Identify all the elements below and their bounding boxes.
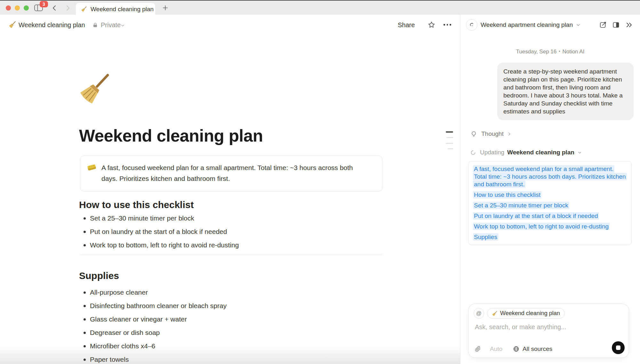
sponge-icon: [87, 162, 97, 172]
main-area: Weekend cleaning plan Private Share: [0, 15, 460, 364]
updating-target-page: Weekend cleaning plan: [507, 149, 574, 156]
page-icon-broom[interactable]: [79, 72, 111, 104]
notification-badge: 3: [40, 1, 48, 7]
privacy-label[interactable]: Private: [101, 15, 121, 35]
sources-selector[interactable]: All sources: [523, 345, 552, 352]
callout-block[interactable]: A fast, focused weekend plan for a small…: [80, 156, 382, 191]
heading-how-to-use[interactable]: How to use this checklist: [79, 199, 194, 210]
chevron-down-icon[interactable]: [576, 22, 581, 27]
checklist-bullets: Set a 25–30 minute timer per block Put o…: [80, 212, 368, 252]
list-item[interactable]: Paper towels: [80, 353, 368, 364]
applied-edits-card: A fast, focused weekend plan for a small…: [468, 161, 632, 245]
edit-link[interactable]: Put on laundry at the start of a block i…: [473, 212, 627, 220]
conversation-meta: Tuesday, Sep 16•Notion AI: [460, 49, 640, 55]
more-options-icon[interactable]: [444, 24, 451, 26]
ai-sidebar: Weekend apartment cleaning plan: [460, 15, 640, 364]
outline-indicator[interactable]: [444, 131, 453, 149]
list-item[interactable]: Disinfecting bathroom cleaner or bleach …: [80, 299, 368, 313]
breadcrumb[interactable]: Weekend cleaning plan: [19, 15, 85, 35]
heading-supplies[interactable]: Supplies: [79, 270, 119, 281]
context-chip-label: Weekend cleaning plan: [500, 310, 560, 317]
user-message-bubble: Create a step-by-step weekend apartment …: [497, 63, 634, 120]
callout-text: A fast, focused weekend plan for a small…: [101, 162, 364, 184]
chevron-down-icon: [577, 150, 582, 155]
back-icon[interactable]: [51, 4, 58, 12]
lightbulb-icon: [470, 131, 477, 137]
ai-composer: @ Weekend cleaning plan: [468, 304, 629, 358]
stop-icon: [616, 345, 620, 350]
context-chip[interactable]: Weekend cleaning plan: [487, 308, 565, 319]
list-item[interactable]: Glass cleaner or vinegar + water: [80, 313, 368, 326]
stop-button[interactable]: [612, 341, 625, 354]
favorite-star-icon[interactable]: [428, 21, 436, 29]
new-tab-icon[interactable]: [162, 4, 169, 12]
edit-link[interactable]: Set a 25–30 minute timer per block: [473, 202, 627, 209]
updating-label: Updating: [480, 149, 504, 156]
list-item[interactable]: Set a 25–30 minute timer per block: [80, 212, 368, 225]
breadcrumb-broom-icon: [9, 21, 16, 28]
forward-icon: [64, 4, 72, 12]
divider-block: [80, 255, 382, 255]
supplies-bullets: All-purpose cleaner Disinfecting bathroo…: [80, 286, 368, 364]
thought-label: Thought: [481, 130, 504, 137]
mode-selector[interactable]: Auto: [490, 345, 502, 352]
mention-button[interactable]: @: [474, 308, 484, 319]
lock-icon: [92, 22, 98, 28]
list-item[interactable]: Put on laundry at the start of a block i…: [80, 225, 368, 238]
tab-weekend-cleaning-plan[interactable]: Weekend cleaning plan: [76, 3, 155, 15]
edit-link[interactable]: A fast, focused weekend plan for a small…: [473, 165, 627, 188]
updating-status[interactable]: Updating Weekend cleaning plan: [470, 149, 582, 156]
share-button[interactable]: Share: [398, 15, 415, 35]
page-title[interactable]: Weekend cleaning plan: [79, 126, 263, 145]
chevron-down-icon[interactable]: [120, 23, 125, 28]
thought-toggle[interactable]: Thought: [470, 130, 512, 137]
collapse-panel-icon[interactable]: [625, 21, 633, 29]
thread-title[interactable]: Weekend apartment cleaning plan: [481, 21, 573, 28]
traffic-light-close[interactable]: [6, 5, 11, 11]
list-item[interactable]: Work top to bottom, left to right to avo…: [80, 238, 368, 252]
edit-link[interactable]: Supplies: [473, 233, 627, 241]
tab-bar: 3 Weekend cleaning plan: [0, 0, 640, 15]
broom-icon: [492, 311, 498, 316]
notion-window: 3 Weekend cleaning plan: [0, 0, 640, 364]
traffic-light-minimize[interactable]: [15, 5, 20, 11]
broom-icon: [81, 6, 87, 12]
tab-title: Weekend cleaning plan: [91, 6, 154, 13]
edit-link[interactable]: How to use this checklist: [473, 191, 627, 199]
panel-layout-icon[interactable]: [612, 21, 620, 29]
traffic-light-zoom[interactable]: [24, 5, 29, 11]
notion-ai-face-icon: [466, 19, 477, 31]
attachment-icon[interactable]: [474, 345, 481, 352]
list-item[interactable]: Microfiber cloths x4–6: [80, 339, 368, 353]
new-chat-icon[interactable]: [599, 21, 607, 29]
ask-input[interactable]: [474, 323, 613, 331]
spinner-icon: [470, 150, 476, 155]
composer-tools: Auto All sources: [474, 345, 552, 352]
chevron-right-icon: [507, 132, 512, 136]
list-item[interactable]: All-purpose cleaner: [80, 286, 368, 299]
list-item[interactable]: Degreaser or dish soap: [80, 326, 368, 339]
globe-icon[interactable]: [513, 345, 520, 352]
edit-link[interactable]: Work top to bottom, left to right to avo…: [473, 223, 627, 230]
ai-sidebar-header: Weekend apartment cleaning plan: [460, 15, 640, 35]
